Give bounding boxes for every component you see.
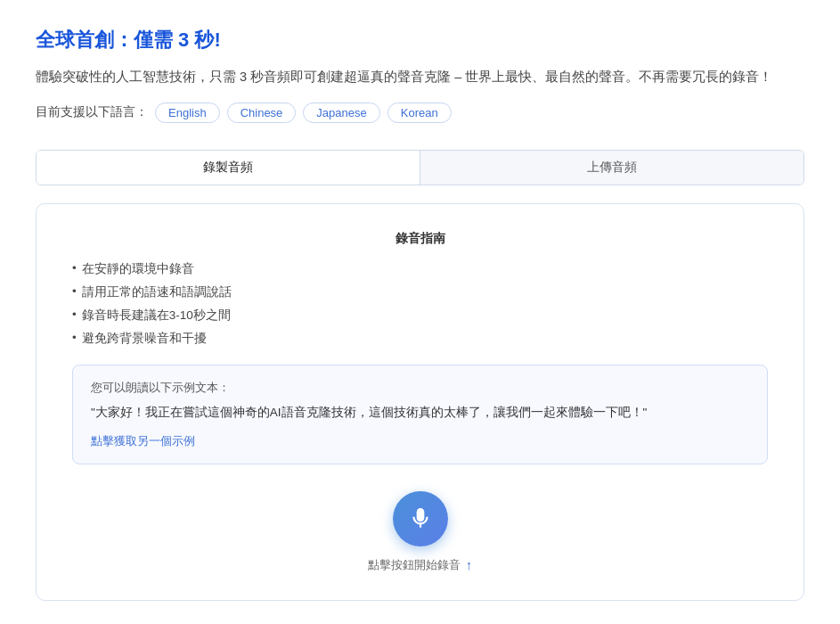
- language-row: 目前支援以下語言： English Chinese Japanese Korea…: [36, 103, 804, 123]
- guide-item-4: 避免跨背景噪音和干擾: [72, 331, 768, 347]
- sample-label: 您可以朗讀以下示例文本：: [91, 380, 749, 396]
- description-text: 體驗突破性的人工智慧技術，只需 3 秒音頻即可創建超逼真的聲音克隆 – 世界上最…: [36, 66, 804, 88]
- sample-text: "大家好！我正在嘗試這個神奇的AI語音克隆技術，這個技術真的太棒了，讓我們一起來…: [91, 403, 749, 423]
- record-hint-text: 點擊按鈕開始錄音: [368, 557, 461, 573]
- lang-badge-chinese: Chinese: [227, 103, 297, 123]
- arrow-up-icon: ↑: [466, 557, 473, 572]
- guide-list: 在安靜的環境中錄音 請用正常的語速和語調說話 錄音時長建議在3-10秒之間 避免…: [72, 261, 768, 347]
- sample-refresh-link[interactable]: 點擊獲取另一個示例: [91, 434, 195, 447]
- lang-badge-english: English: [155, 103, 220, 123]
- record-hint: 點擊按鈕開始錄音 ↑: [368, 557, 473, 573]
- guide-item-2: 請用正常的語速和語調說話: [72, 284, 768, 300]
- mic-button[interactable]: [393, 491, 448, 546]
- main-card: 錄音指南 在安靜的環境中錄音 請用正常的語速和語調說話 錄音時長建議在3-10秒…: [36, 203, 804, 601]
- lang-label: 目前支援以下語言：: [36, 104, 148, 120]
- tab-record[interactable]: 錄製音頻: [37, 151, 420, 185]
- tab-upload[interactable]: 上傳音頻: [420, 151, 803, 185]
- lang-badge-korean: Korean: [387, 103, 452, 123]
- page-title: 全球首創：僅需 3 秒!: [36, 27, 804, 53]
- mic-icon: [409, 507, 432, 530]
- guide-item-3: 錄音時長建議在3-10秒之間: [72, 308, 768, 324]
- sample-box: 您可以朗讀以下示例文本： "大家好！我正在嘗試這個神奇的AI語音克隆技術，這個技…: [72, 365, 768, 464]
- guide-title: 錄音指南: [72, 231, 768, 247]
- record-area: 點擊按鈕開始錄音 ↑: [72, 491, 768, 573]
- guide-item-1: 在安靜的環境中錄音: [72, 261, 768, 277]
- lang-badge-japanese: Japanese: [303, 103, 379, 123]
- tab-bar: 錄製音頻 上傳音頻: [36, 150, 804, 185]
